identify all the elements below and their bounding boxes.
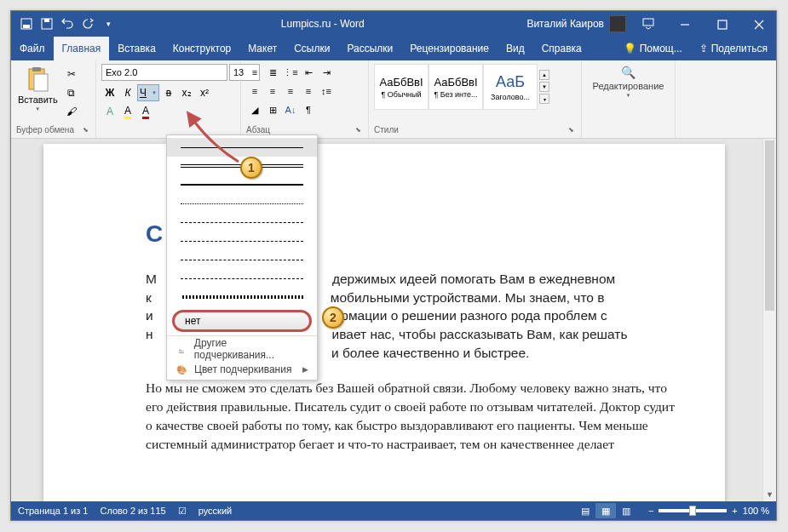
chevron-down-icon: ▼ xyxy=(35,106,40,112)
tab-insert[interactable]: Вставка xyxy=(109,37,164,60)
style-nospacing[interactable]: АаБбВвІ¶ Без инте... xyxy=(429,64,483,110)
scroll-down-icon[interactable]: ▼ xyxy=(763,488,776,501)
cut-icon[interactable]: ✂ xyxy=(63,66,80,83)
multilevel-button[interactable]: ⋮≡ xyxy=(282,64,299,81)
paste-button[interactable]: Вставить ▼ xyxy=(16,64,60,120)
bullets-button[interactable]: ≡ xyxy=(246,64,263,81)
print-layout-icon[interactable]: ▦ xyxy=(595,503,616,518)
undo-icon[interactable] xyxy=(57,14,78,34)
paragraph-dialog-launcher[interactable]: ⬊ xyxy=(353,124,363,134)
subscript-button[interactable]: x₂ xyxy=(178,84,195,101)
window-title: Lumpics.ru - Word xyxy=(118,18,526,30)
underline-style-dash-dot-dot[interactable] xyxy=(167,269,317,288)
strikethrough-button[interactable]: в xyxy=(160,84,177,101)
underline-style-single[interactable] xyxy=(167,138,317,157)
maximize-icon[interactable] xyxy=(705,12,739,37)
increase-indent-button[interactable]: ⇥ xyxy=(318,64,335,81)
line-spacing-button[interactable]: ↕≡ xyxy=(318,83,335,100)
copy-icon[interactable]: ⧉ xyxy=(63,84,80,101)
tab-help[interactable]: Справка xyxy=(533,37,590,60)
font-family-input[interactable] xyxy=(101,64,227,81)
svg-rect-4 xyxy=(643,19,653,26)
bold-button[interactable]: Ж xyxy=(101,84,118,101)
ribbon-options-icon[interactable] xyxy=(631,11,665,37)
justify-button[interactable]: ≡ xyxy=(300,83,317,100)
sort-button[interactable]: A↓ xyxy=(282,101,299,118)
gallery-more-icon[interactable]: ▾ xyxy=(539,94,549,104)
styles-more: ▲ ▼ ▾ xyxy=(538,64,551,110)
align-left-button[interactable]: ≡ xyxy=(246,83,263,100)
zoom-slider[interactable] xyxy=(659,509,727,512)
zoom-out-icon[interactable]: − xyxy=(648,506,653,516)
tab-file[interactable]: Файл xyxy=(11,37,54,60)
redo-icon[interactable] xyxy=(78,14,98,34)
borders-button[interactable]: ⊞ xyxy=(264,101,281,118)
underline-style-dotted[interactable] xyxy=(167,194,317,213)
font-color-button[interactable]: A xyxy=(137,103,154,120)
share-button[interactable]: ⇪Поделиться xyxy=(691,37,776,60)
vertical-scrollbar[interactable]: ▲ ▼ xyxy=(762,139,776,501)
page: С Мдержимых идеей помогать Вам в ежеднев… xyxy=(43,144,725,501)
share-icon: ⇪ xyxy=(699,43,708,54)
tab-view[interactable]: Вид xyxy=(498,37,533,60)
paragraph-group-label: Абзац xyxy=(246,125,270,134)
close-icon[interactable] xyxy=(742,12,776,37)
highlight-button[interactable]: A xyxy=(119,103,136,120)
qat-customize-icon[interactable]: ▾ xyxy=(98,14,118,34)
clipboard-dialog-launcher[interactable]: ⬊ xyxy=(80,124,90,134)
underline-style-thick[interactable] xyxy=(167,175,317,194)
underline-style-dash-dot[interactable] xyxy=(167,250,317,269)
titlebar: ▾ Lumpics.ru - Word Виталий Каиров xyxy=(11,11,776,37)
svg-rect-1 xyxy=(23,25,30,28)
menubar: Файл Главная Вставка Конструктор Макет С… xyxy=(11,37,776,60)
tellme-button[interactable]: 💡Помощ... xyxy=(615,37,691,60)
avatar xyxy=(609,15,626,32)
tab-layout[interactable]: Макет xyxy=(239,37,285,60)
gallery-down-icon[interactable]: ▼ xyxy=(539,82,549,92)
show-marks-button[interactable]: ¶ xyxy=(300,101,317,118)
underline-more[interactable]: ⎁Другие подчеркивания... xyxy=(167,339,317,359)
page-indicator[interactable]: Страница 1 из 1 xyxy=(18,506,88,516)
decrease-indent-button[interactable]: ⇤ xyxy=(300,64,317,81)
superscript-button[interactable]: x² xyxy=(196,84,213,101)
underline-button[interactable]: Ч▼ xyxy=(137,84,159,101)
underline-style-wavy[interactable] xyxy=(167,288,317,306)
autosave-icon[interactable] xyxy=(16,14,37,34)
scroll-thumb[interactable] xyxy=(765,140,774,311)
zoom-in-icon[interactable]: + xyxy=(732,506,737,516)
text-effects-button[interactable]: A xyxy=(101,103,118,120)
underline-none[interactable]: нет xyxy=(172,310,312,332)
align-center-button[interactable]: ≡ xyxy=(264,83,281,100)
chevron-down-icon: ▼ xyxy=(152,90,157,95)
save-icon[interactable] xyxy=(37,14,57,34)
shading-button[interactable]: ◢ xyxy=(246,101,263,118)
format-painter-icon[interactable]: 🖌 xyxy=(63,103,80,120)
numbering-button[interactable]: ≣ xyxy=(264,64,281,81)
align-right-button[interactable]: ≡ xyxy=(282,83,299,100)
paste-label: Вставить xyxy=(18,94,58,105)
styles-dialog-launcher[interactable]: ⬊ xyxy=(566,124,576,134)
editing-button[interactable]: 🔍 Редактирование ▼ xyxy=(593,66,664,98)
tab-design[interactable]: Конструктор xyxy=(164,37,239,60)
web-layout-icon[interactable]: ▥ xyxy=(616,503,636,518)
italic-button[interactable]: К xyxy=(119,84,136,101)
style-normal[interactable]: АаБбВвІ¶ Обычный xyxy=(374,64,429,110)
underline-style-dashed[interactable] xyxy=(167,213,317,232)
style-heading1[interactable]: АаБЗаголово... xyxy=(483,64,538,110)
underline-color[interactable]: 🎨Цвет подчеркивания▶ xyxy=(167,359,317,380)
spellcheck-icon[interactable]: ☑ xyxy=(178,506,187,517)
tab-references[interactable]: Ссылки xyxy=(285,37,338,60)
tab-mailings[interactable]: Рассылки xyxy=(338,37,401,60)
underline-style-dash-wide[interactable] xyxy=(167,232,317,250)
zoom-value[interactable]: 100 % xyxy=(743,506,769,516)
minimize-icon[interactable] xyxy=(668,12,702,37)
group-styles: АаБбВвІ¶ Обычный АаБбВвІ¶ Без инте... Аа… xyxy=(369,60,582,138)
callout-2: 2 xyxy=(322,306,344,329)
tab-review[interactable]: Рецензирование xyxy=(401,37,498,60)
gallery-up-icon[interactable]: ▲ xyxy=(539,70,549,80)
user-area[interactable]: Виталий Каиров xyxy=(526,15,631,32)
read-mode-icon[interactable]: ▤ xyxy=(575,503,595,518)
tab-home[interactable]: Главная xyxy=(54,37,110,60)
language-indicator[interactable]: русский xyxy=(198,506,232,516)
word-count[interactable]: Слово 2 из 115 xyxy=(100,506,165,516)
